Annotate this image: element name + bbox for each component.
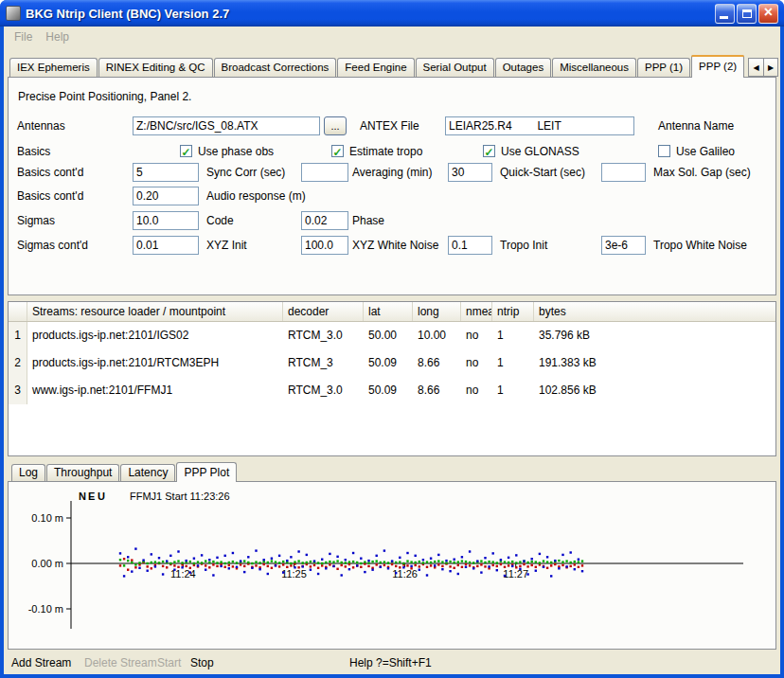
ppp-plot-panel: 0.10 m0.00 m-0.10 m11:2411:2511:2611:27N… <box>8 481 776 650</box>
sigmas-row-label: Sigmas <box>17 211 55 230</box>
xyz-init-input[interactable] <box>133 236 199 255</box>
start-button[interactable]: Start <box>157 656 181 669</box>
plot-title: FFMJ1 Start 11:23:26 <box>130 491 230 502</box>
sync-corr-label: Sync Corr (sec) <box>206 163 285 182</box>
use-phase-obs-label: Use phase obs <box>198 142 274 161</box>
y-tick-label: 0.10 m <box>31 512 63 524</box>
bottom-tab-ppp-plot[interactable]: PPP Plot <box>176 462 237 482</box>
use-galileo-checkbox[interactable] <box>658 145 670 157</box>
stream-row[interactable]: 1 products.igs-ip.net:2101/IGS02 RTCM_3.… <box>9 322 775 349</box>
streams-col-mountpoint: Streams: resource loader / mountpoint <box>27 302 283 321</box>
bottom-tab-strip: LogThroughputLatencyPPP Plot <box>11 462 238 482</box>
ppp-panel-2: Precise Point Positioning, Panel 2. Ante… <box>8 77 776 295</box>
bottom-tab-latency[interactable]: Latency <box>120 464 175 481</box>
decoder-cell: RTCM_3.0 <box>283 377 364 404</box>
tab-feed-engine[interactable]: Feed Engine <box>337 58 414 77</box>
tropo-init-input[interactable] <box>448 236 492 255</box>
estimate-tropo-label: Estimate tropo <box>349 142 422 161</box>
add-stream-button[interactable]: Add Stream <box>11 656 71 669</box>
bytes-cell: 35.796 kB <box>534 322 775 349</box>
lat-cell: 50.09 <box>364 349 413 377</box>
averaging-input[interactable] <box>301 163 348 182</box>
max-sol-gap-input[interactable] <box>601 163 646 182</box>
panel-caption: Precise Point Positioning, Panel 2. <box>18 90 191 103</box>
tab-rinex-editing-qc[interactable]: RINEX Editing & QC <box>98 58 213 77</box>
ntrip-cell: 1 <box>492 377 534 404</box>
streams-body: 1 products.igs-ip.net:2101/IGS02 RTCM_3.… <box>9 322 775 404</box>
delete-stream-button[interactable]: Delete Stream <box>84 656 157 669</box>
maximize-button[interactable] <box>737 4 757 24</box>
antenna-name-label: Antenna Name <box>658 116 734 135</box>
minimize-button[interactable] <box>715 4 735 24</box>
estimate-tropo-checkbox[interactable] <box>331 145 344 157</box>
sync-corr-input[interactable] <box>133 163 199 182</box>
streams-table: Streams: resource loader / mountpoint de… <box>8 301 776 456</box>
tab-scroll-left-button[interactable]: ◀ <box>748 58 763 77</box>
tab-strip: IEX EphemerisRINEX Editing & QCBroadcast… <box>6 55 778 78</box>
bytes-cell: 102.856 kB <box>534 377 775 404</box>
tab-ppp-2[interactable]: PPP (2) <box>691 55 744 78</box>
stream-row[interactable]: 2 products.igs-ip.net:2101/RTCM3EPH RTCM… <box>9 349 775 377</box>
quick-start-label: Quick-Start (sec) <box>500 163 585 182</box>
minimize-icon <box>720 16 728 19</box>
xyz-init-label: XYZ Init <box>206 236 247 255</box>
sigmas-contd-row: Sigmas cont'd XYZ Init XYZ White Noise T… <box>9 236 775 255</box>
stop-button[interactable]: Stop <box>190 656 214 669</box>
antenna-name-input[interactable] <box>445 116 634 135</box>
audio-response-input[interactable] <box>133 187 199 205</box>
tab-serial-output[interactable]: Serial Output <box>416 58 494 77</box>
tab-miscellaneous[interactable]: Miscellaneous <box>552 58 636 77</box>
menu-file[interactable]: File <box>8 28 39 45</box>
ppp-plot-svg: 0.10 m0.00 m-0.10 m11:2411:2511:2611:27N… <box>9 482 775 649</box>
window-title: BKG Ntrip Client (BNC) Version 2.7 <box>26 7 715 21</box>
xyz-white-noise-label: XYZ White Noise <box>352 236 438 255</box>
audio-response-label: Audio response (m) <box>206 187 306 205</box>
xyz-white-noise-input[interactable] <box>301 236 348 255</box>
long-cell: 8.66 <box>413 349 461 377</box>
streams-col-long: long <box>413 302 461 321</box>
averaging-label: Averaging (min) <box>352 163 432 182</box>
legend-n: N <box>79 491 86 502</box>
use-glonass-checkbox[interactable] <box>483 145 495 157</box>
nmea-cell: no <box>461 377 492 404</box>
sigma-code-label: Code <box>206 211 234 230</box>
max-sol-gap-label: Max Sol. Gap (sec) <box>653 163 751 182</box>
mountpoint-cell: www.igs-ip.net:2101/FFMJ1 <box>27 377 283 404</box>
tab-broadcast-corrections[interactable]: Broadcast Corrections <box>214 58 337 77</box>
quick-start-input[interactable] <box>448 163 492 182</box>
bottom-tab-log[interactable]: Log <box>11 464 45 481</box>
tab-scroll-right-button[interactable]: ▶ <box>763 58 778 77</box>
tropo-white-noise-input[interactable] <box>601 236 646 255</box>
stream-row[interactable]: 3 www.igs-ip.net:2101/FFMJ1 RTCM_3.0 50.… <box>9 377 775 404</box>
menu-bar: FileHelp <box>4 27 780 47</box>
antex-browse-button[interactable]: ... <box>324 116 347 135</box>
sigma-code-input[interactable] <box>133 211 199 230</box>
streams-col-lat: lat <box>364 302 413 321</box>
tab-iex-ephemeris[interactable]: IEX Ephemeris <box>9 58 98 77</box>
close-button[interactable] <box>758 4 778 24</box>
tab-outages[interactable]: Outages <box>495 58 551 77</box>
use-phase-obs-checkbox[interactable] <box>180 145 192 157</box>
window-controls <box>715 4 778 24</box>
nmea-cell: no <box>461 349 492 377</box>
titlebar: BKG Ntrip Client (BNC) Version 2.7 <box>0 0 784 27</box>
client-area: FileHelp IEX EphemerisRINEX Editing & QC… <box>4 27 780 674</box>
menu-help[interactable]: Help <box>39 28 76 45</box>
sigma-phase-input[interactable] <box>301 211 348 230</box>
nmea-cell: no <box>461 322 492 349</box>
antex-file-label: ANTEX File <box>360 116 419 135</box>
help-shortcut-label: Help ?=Shift+F1 <box>349 656 432 669</box>
tropo-white-noise-label: Tropo White Noise <box>653 236 747 255</box>
bnc-window: BKG Ntrip Client (BNC) Version 2.7 FileH… <box>0 0 784 678</box>
antex-file-input[interactable] <box>133 116 320 135</box>
long-cell: 10.00 <box>413 322 461 349</box>
mountpoint-cell: products.igs-ip.net:2101/RTCM3EPH <box>27 349 283 377</box>
tab-ppp-1[interactable]: PPP (1) <box>637 58 690 77</box>
tab-scroll-buttons: ◀ ▶ <box>748 58 778 77</box>
tropo-init-label: Tropo Init <box>500 236 547 255</box>
bottom-tab-throughput[interactable]: Throughput <box>46 464 119 481</box>
antennas-row-label: Antennas <box>17 116 65 135</box>
y-tick-label: 0.00 m <box>31 558 63 569</box>
streams-col-nmea: nmea <box>461 302 492 321</box>
antennas-row: Antennas ... ANTEX File Antenna Name <box>9 116 775 135</box>
